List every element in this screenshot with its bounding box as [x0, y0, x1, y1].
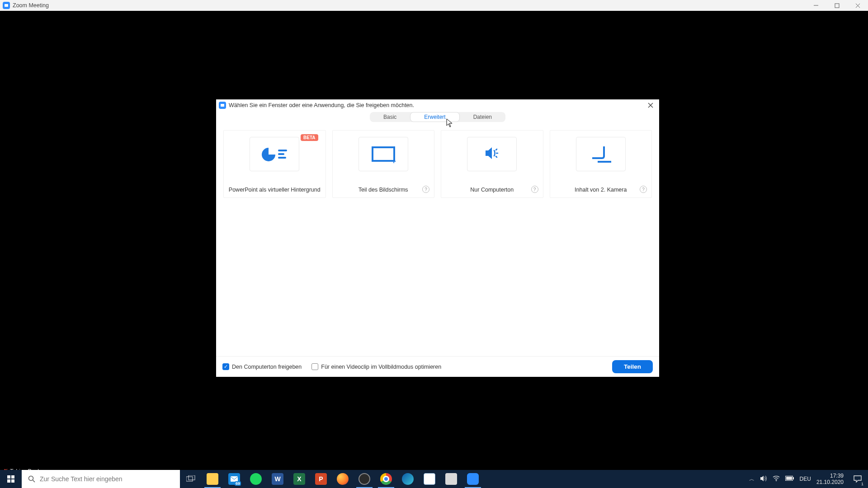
maximize-icon: [835, 3, 840, 8]
mail-badge: 69: [235, 481, 241, 486]
window-controls: [806, 0, 868, 11]
share-options-grid: BETA PowerPoint als virtueller Hintergru…: [216, 126, 659, 356]
file-explorer-icon: [207, 473, 218, 485]
app-icon: [445, 473, 457, 485]
app-title: Zoom Meeting: [13, 2, 49, 9]
dialog-close-button[interactable]: [642, 99, 659, 111]
zoom-logo-icon: [3, 2, 10, 9]
beta-badge: BETA: [301, 134, 318, 141]
firefox-icon: [337, 473, 349, 485]
close-button[interactable]: [847, 0, 868, 11]
checkbox-label: Für einen Videoclip im Vollbildmodus opt…: [321, 364, 441, 370]
share-button[interactable]: Teilen: [612, 360, 653, 373]
help-icon[interactable]: ?: [531, 186, 538, 193]
taskbar-app-word[interactable]: W: [267, 470, 288, 488]
taskbar-app-file-explorer[interactable]: [202, 470, 223, 488]
start-button[interactable]: [0, 470, 22, 488]
taskbar-app-mail[interactable]: 69: [223, 470, 245, 488]
app-titlebar: Zoom Meeting: [0, 0, 868, 11]
tab-files[interactable]: Dateien: [460, 112, 505, 122]
tray-overflow-button[interactable]: ︿: [749, 475, 755, 483]
dialog-footer: Den Computerton freigeben Für einen Vide…: [216, 356, 659, 377]
windows-taskbar: Zur Suche Text hier eingeben 69 W X P ︿: [0, 470, 868, 488]
option-second-camera[interactable]: Inhalt von 2. Kamera ?: [550, 130, 652, 198]
powerpoint-icon: P: [315, 473, 327, 485]
svg-line-11: [496, 156, 497, 157]
screen-portion-icon: [372, 146, 395, 162]
task-view-icon: [186, 475, 195, 483]
taskbar-pinned-apps: 69 W X P: [202, 470, 484, 488]
mouse-cursor-icon: [446, 118, 453, 127]
search-icon: [28, 475, 35, 483]
powerpoint-icon: [261, 145, 288, 163]
svg-line-9: [496, 149, 497, 150]
option-thumbnail: [576, 137, 626, 171]
minimize-button[interactable]: [806, 0, 826, 11]
checkbox-label: Den Computerton freigeben: [232, 364, 302, 370]
taskbar-app-misc[interactable]: [440, 470, 462, 488]
chrome-icon: [380, 473, 392, 485]
notification-count: 1: [860, 482, 864, 486]
taskbar-search-input[interactable]: Zur Suche Text hier eingeben: [22, 470, 180, 488]
option-label: PowerPoint als virtueller Hintergrund: [225, 187, 324, 193]
zoom-meeting-window: Zoom Meeting Tobias Becker: [0, 0, 868, 488]
input-language-indicator[interactable]: DEU: [800, 476, 811, 482]
svg-line-13: [33, 480, 35, 483]
svg-rect-1: [835, 4, 839, 8]
battery-icon[interactable]: [785, 476, 794, 482]
taskbar-app-zoom[interactable]: [462, 470, 484, 488]
checkbox-share-computer-audio[interactable]: Den Computerton freigeben: [222, 363, 302, 370]
option-powerpoint-virtual-bg[interactable]: BETA PowerPoint als virtueller Hintergru…: [223, 130, 326, 198]
excel-icon: X: [293, 473, 305, 485]
taskbar-app-spotify[interactable]: [245, 470, 267, 488]
zoom-logo-icon: [219, 102, 226, 109]
search-placeholder: Zur Suche Text hier eingeben: [40, 475, 123, 483]
dialog-tabs: Basic Erweitert Dateien: [216, 112, 659, 126]
clock-time: 17:39: [816, 473, 844, 479]
mail-icon: 69: [228, 473, 240, 485]
speaker-icon: [483, 146, 501, 162]
windows-logo-icon: [7, 475, 14, 483]
share-screen-dialog: Wählen Sie ein Fenster oder eine Anwendu…: [216, 99, 659, 377]
obs-icon: [359, 473, 370, 485]
taskbar-clock[interactable]: 17:39 21.10.2020: [816, 473, 844, 486]
taskbar-app-excel[interactable]: X: [288, 470, 310, 488]
close-icon: [648, 103, 653, 108]
svg-rect-15: [189, 475, 195, 480]
help-icon[interactable]: ?: [640, 186, 647, 193]
dialog-titlebar: Wählen Sie ein Fenster oder eine Anwendu…: [216, 99, 659, 111]
svg-point-17: [776, 480, 777, 481]
option-label: Teil des Bildschirms: [355, 187, 412, 193]
taskbar-app-obs[interactable]: [354, 470, 375, 488]
option-label: Nur Computerton: [467, 187, 517, 193]
zoom-icon: [467, 473, 479, 485]
dialog-title: Wählen Sie ein Fenster oder eine Anwendu…: [229, 102, 414, 108]
svg-point-12: [29, 476, 33, 481]
taskbar-app-firefox[interactable]: [332, 470, 354, 488]
option-label: Inhalt von 2. Kamera: [571, 187, 630, 193]
option-portion-of-screen[interactable]: Teil des Bildschirms ?: [332, 130, 435, 198]
help-icon[interactable]: ?: [422, 186, 429, 193]
minimize-icon: [813, 3, 819, 8]
volume-icon[interactable]: [760, 475, 767, 483]
action-center-button[interactable]: 1: [849, 470, 866, 488]
edge-icon: [402, 473, 414, 485]
option-thumbnail: [250, 137, 299, 171]
wifi-icon[interactable]: [773, 476, 780, 483]
system-tray: ︿ DEU 17:39 21.10.2020 1: [749, 470, 868, 488]
maximize-button[interactable]: [826, 0, 847, 11]
clock-date: 21.10.2020: [816, 479, 844, 485]
document-camera-icon: [590, 145, 612, 163]
svg-rect-14: [186, 477, 193, 481]
option-thumbnail: [359, 137, 408, 171]
taskbar-app-notepad[interactable]: [419, 470, 440, 488]
checkbox-icon: [311, 363, 318, 370]
taskbar-app-chrome[interactable]: [375, 470, 397, 488]
close-icon: [855, 3, 860, 8]
option-computer-audio-only[interactable]: Nur Computerton ?: [441, 130, 543, 198]
taskbar-app-edge[interactable]: [397, 470, 419, 488]
taskbar-app-powerpoint[interactable]: P: [310, 470, 332, 488]
checkbox-optimize-video-clip[interactable]: Für einen Videoclip im Vollbildmodus opt…: [311, 363, 441, 370]
tab-basic[interactable]: Basic: [370, 112, 410, 122]
task-view-button[interactable]: [180, 470, 202, 488]
